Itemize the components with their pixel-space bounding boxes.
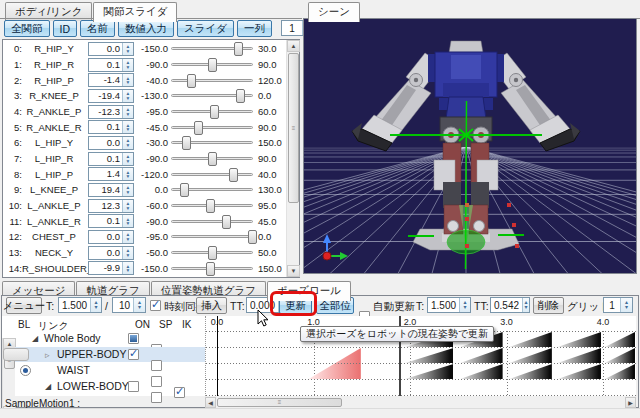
joint-value-input[interactable]: 1.4 ▴▾ (88, 167, 134, 181)
joint-slider-handle[interactable] (206, 262, 215, 276)
column-header-bl[interactable]: BL (18, 319, 30, 330)
scroll-down-icon[interactable]: ▼ (287, 265, 300, 277)
joint-slider-handle[interactable] (229, 168, 238, 182)
delete-button[interactable]: 削除 (533, 297, 564, 314)
joint-slider-handle[interactable] (194, 121, 203, 135)
spinner-arrows-icon[interactable]: ▴▾ (122, 90, 133, 102)
spinner-arrows-icon[interactable]: ▴▾ (122, 106, 133, 118)
joint-value-input[interactable]: 0.1 ▴▾ (88, 58, 134, 72)
on-checkbox[interactable] (128, 381, 139, 392)
joint-slider[interactable] (171, 126, 253, 129)
spinner-arrows-icon[interactable]: ▴▾ (122, 247, 133, 259)
joint-value-input[interactable]: -1.4 ▴▾ (88, 73, 134, 87)
joint-slider-handle[interactable] (208, 58, 217, 72)
joint-value-input[interactable]: 0.0 ▴▾ (88, 230, 134, 244)
timeline-hscrollbar[interactable]: ◀ ≡ ▶ (205, 397, 636, 408)
joint-value-input[interactable]: 12.3 ▴▾ (88, 199, 134, 213)
joint-value-input[interactable]: -9.9 ▴▾ (88, 261, 134, 275)
pose-keyframe[interactable] (405, 364, 453, 379)
joint-slider[interactable] (171, 63, 253, 66)
joint-slider[interactable] (171, 141, 253, 144)
pose-keyframe[interactable] (509, 364, 551, 379)
scrollbar-thumb[interactable]: ≡ (288, 53, 299, 203)
joint-slider-handle[interactable] (222, 215, 231, 229)
joint-slider-handle[interactable] (236, 89, 245, 103)
slider-button[interactable]: スライダ (177, 20, 234, 37)
spinner-arrows-icon[interactable]: ▴▾ (122, 184, 133, 196)
pose-keyframe[interactable] (509, 348, 551, 363)
joint-slider[interactable] (171, 251, 253, 254)
frames-spinner[interactable]: 10 ▴▾ (112, 297, 146, 313)
time-spinner[interactable]: 1.500 ▴▾ (58, 297, 102, 313)
joint-value-input[interactable]: -19.4 ▴▾ (88, 89, 134, 103)
column-header-sp[interactable]: SP (159, 319, 172, 330)
pose-keyframe[interactable] (460, 348, 502, 363)
spinner-arrows-icon[interactable]: ▴▾ (122, 262, 133, 274)
tree-expanded-icon[interactable]: ◢ (32, 334, 38, 343)
joint-slider[interactable] (171, 235, 253, 238)
tree-expanded-icon[interactable]: ◢ (45, 382, 51, 391)
pose-keyframe[interactable] (558, 332, 601, 347)
hscrollbar-thumb[interactable]: ≡ (217, 398, 342, 407)
spinner-arrows-icon[interactable]: ▴▾ (122, 137, 133, 149)
joint-value-input[interactable]: -12.3 ▴▾ (88, 105, 134, 119)
joint-slider[interactable] (171, 110, 253, 113)
joint-slider[interactable] (171, 157, 253, 160)
scene-viewport[interactable] (303, 18, 637, 274)
grid-spinner[interactable]: 1 ▴▾ (603, 297, 633, 313)
spinner-arrows-icon[interactable]: ▴▾ (122, 168, 133, 180)
pose-keyframe[interactable] (405, 348, 453, 363)
joint-value-input[interactable]: 0.1 ▴▾ (88, 214, 134, 228)
joint-slider-handle[interactable] (180, 183, 189, 197)
link-tree-row[interactable]: ▹UPPER-BODY✓ (0, 347, 205, 363)
joint-slider-handle[interactable] (208, 152, 217, 166)
insert-button[interactable]: 挿入 (196, 297, 227, 314)
joint-slider-handle[interactable] (182, 136, 191, 150)
joint-slider[interactable] (171, 220, 253, 223)
spinner-arrows-icon[interactable]: ▴▾ (122, 59, 133, 71)
joint-value-input[interactable]: 0.0 ▴▾ (88, 136, 134, 150)
tt2-spinner[interactable]: 0.542 ▴▾ (490, 297, 530, 313)
link-tree-row[interactable]: WAIST✓ (0, 363, 205, 379)
joint-slider[interactable] (171, 173, 253, 176)
joint-slider[interactable] (171, 94, 253, 97)
column-header-ik[interactable]: IK (182, 319, 191, 330)
on-checkbox[interactable] (128, 333, 139, 344)
pose-keyframe[interactable] (509, 332, 551, 347)
joint-slider[interactable] (171, 188, 253, 191)
on-checkbox[interactable]: ✓ (128, 349, 139, 360)
tree-collapsed-icon[interactable]: ▹ (45, 350, 50, 360)
joint-slider[interactable] (171, 79, 253, 82)
spinner-arrows-icon[interactable]: ▴▾ (122, 43, 133, 55)
joint-value-input[interactable]: 0.0 ▴▾ (88, 246, 134, 260)
joint-value-input[interactable]: 0.1 ▴▾ (88, 120, 134, 134)
time-sync-checkbox[interactable]: ✓ (150, 300, 161, 311)
spinner-arrows-icon[interactable]: ▴▾ (122, 121, 133, 133)
pose-keyframe[interactable] (460, 364, 502, 379)
all-joints-button[interactable]: 全関節 (4, 20, 50, 37)
pose-keyframe[interactable] (605, 332, 635, 347)
pose-keyframe[interactable] (558, 348, 601, 363)
joint-slider-handle[interactable] (206, 199, 215, 213)
spinner-arrows-icon[interactable]: ▴▾ (122, 231, 133, 243)
link-tree-row[interactable]: ◢Whole Body (0, 331, 205, 347)
column-header-on[interactable]: ON (135, 319, 150, 330)
joint-slider-handle[interactable] (210, 105, 219, 119)
name-button[interactable]: 名前 (80, 20, 115, 37)
joint-value-input[interactable]: 0.0 ▴▾ (88, 42, 134, 56)
joint-slider-handle[interactable] (187, 74, 196, 88)
joint-slider-handle[interactable] (208, 246, 217, 260)
joint-slider[interactable] (171, 204, 253, 207)
spinner-arrows-icon[interactable]: ▴▾ (122, 153, 133, 165)
joint-list-scrollbar[interactable]: ▲ ≡ ▼ (286, 40, 299, 277)
spinner-arrows-icon[interactable]: ▴▾ (122, 74, 133, 86)
time2-spinner[interactable]: 1.500 ▴▾ (427, 297, 471, 313)
sp-checkbox[interactable] (151, 392, 162, 403)
joint-slider[interactable] (171, 267, 253, 270)
scroll-up-icon[interactable]: ▲ (287, 40, 300, 52)
scroll-left-icon[interactable]: ◀ (205, 397, 216, 408)
spinner-arrows-icon[interactable]: ▴▾ (122, 200, 133, 212)
link-tree-row[interactable]: ◢LOWER-BODY (0, 379, 205, 395)
joint-slider-handle[interactable] (234, 42, 243, 56)
id-button[interactable]: ID (53, 20, 78, 37)
